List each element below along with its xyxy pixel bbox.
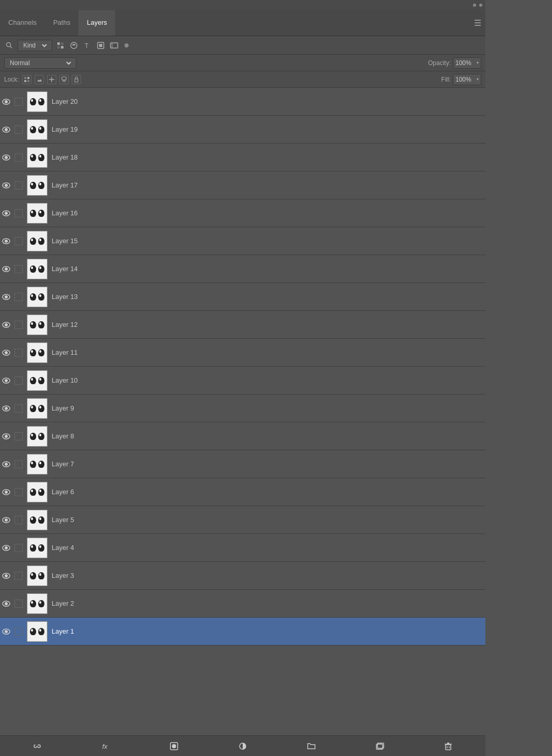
layer-checkbox-17[interactable] — [14, 181, 23, 190]
layer-visibility-4[interactable] — [0, 534, 12, 562]
delete-layer-button[interactable] — [441, 739, 455, 753]
layer-checkbox-7[interactable] — [14, 460, 23, 468]
thumb-eye-left — [30, 516, 36, 524]
layer-visibility-15[interactable] — [0, 227, 12, 255]
opacity-input[interactable]: 100% ▾ — [453, 57, 481, 69]
tab-layers[interactable]: Layers — [78, 10, 115, 36]
eye-icon — [2, 154, 11, 161]
tab-channels[interactable]: Channels — [0, 10, 45, 36]
lock-image-icon[interactable] — [35, 75, 44, 84]
layer-visibility-14[interactable] — [0, 255, 12, 283]
layer-visibility-2[interactable] — [0, 590, 12, 618]
layer-row-9[interactable]: Layer 9 — [0, 395, 485, 422]
layer-visibility-12[interactable] — [0, 311, 12, 339]
layer-row-6[interactable]: Layer 6 — [0, 478, 485, 506]
search-icon — [4, 40, 14, 51]
layer-row-16[interactable]: Layer 16 — [0, 199, 485, 227]
layer-checkbox-4[interactable] — [14, 544, 23, 552]
blend-mode-select[interactable]: Normal Dissolve Multiply Screen Overlay — [4, 57, 76, 69]
layer-visibility-8[interactable] — [0, 422, 12, 450]
lock-position-icon[interactable] — [47, 75, 56, 84]
layer-row-4[interactable]: Layer 4 — [0, 534, 485, 562]
layer-row-17[interactable]: Layer 17 — [0, 171, 485, 199]
eye-icon — [2, 99, 11, 105]
lock-transparent-icon[interactable] — [22, 75, 31, 84]
thumb-eye-right — [38, 600, 44, 607]
layer-row-12[interactable]: Layer 12 — [0, 311, 485, 339]
layer-checkbox-13[interactable] — [14, 293, 23, 301]
layer-checkbox-16[interactable] — [14, 209, 23, 217]
filter-smart-icon[interactable] — [109, 40, 119, 51]
filter-text-icon[interactable]: T — [82, 40, 92, 51]
add-mask-button[interactable] — [167, 739, 181, 753]
layer-checkbox-11[interactable] — [14, 349, 23, 357]
thumb-eye-left — [30, 182, 36, 189]
layer-checkbox-20[interactable] — [14, 98, 23, 106]
thumb-eye-right — [38, 628, 44, 635]
tab-paths[interactable]: Paths — [45, 10, 78, 36]
layer-checkbox-15[interactable] — [14, 237, 23, 245]
opacity-chevron: ▾ — [477, 60, 479, 65]
layer-visibility-5[interactable] — [0, 506, 12, 534]
filter-pixel-icon[interactable] — [55, 40, 66, 51]
new-fill-button[interactable] — [235, 739, 250, 753]
layer-visibility-10[interactable] — [0, 367, 12, 395]
layer-row-2[interactable]: Layer 2 — [0, 590, 485, 618]
layer-visibility-7[interactable] — [0, 450, 12, 478]
kind-dropdown[interactable]: Kind Name Effect Mode — [21, 41, 49, 50]
fill-input[interactable]: 100% ▾ — [453, 74, 481, 85]
layer-visibility-17[interactable] — [0, 171, 12, 199]
layer-checkbox-19[interactable] — [14, 125, 23, 134]
layer-checkbox-3[interactable] — [14, 572, 23, 580]
layer-row-5[interactable]: Layer 5 — [0, 506, 485, 534]
layer-thumbnail-7 — [27, 454, 48, 475]
layer-checkbox-2[interactable] — [14, 600, 23, 608]
layer-checkbox-10[interactable] — [14, 376, 23, 385]
layer-checkbox-9[interactable] — [14, 404, 23, 413]
lock-all-icon[interactable] — [72, 75, 81, 84]
kind-select[interactable]: Kind Name Effect Mode — [18, 40, 52, 51]
layer-row-3[interactable]: Layer 3 — [0, 562, 485, 590]
layer-visibility-13[interactable] — [0, 283, 12, 311]
layer-checkbox-5[interactable] — [14, 516, 23, 524]
layer-visibility-9[interactable] — [0, 395, 12, 422]
layer-row-7[interactable]: Layer 7 — [0, 450, 485, 478]
layer-row-14[interactable]: Layer 14 — [0, 255, 485, 283]
layer-row-13[interactable]: Layer 13 — [0, 283, 485, 311]
layer-thumbnail-11 — [27, 342, 48, 363]
layer-checkbox-18[interactable] — [14, 153, 23, 162]
layer-visibility-6[interactable] — [0, 478, 12, 506]
layer-row-10[interactable]: Layer 10 — [0, 367, 485, 395]
filter-adjust-icon[interactable] — [69, 40, 79, 51]
layer-visibility-19[interactable] — [0, 116, 12, 144]
layer-row-11[interactable]: Layer 11 — [0, 339, 485, 367]
panel-menu-icon[interactable]: ☰ — [474, 18, 481, 28]
layer-visibility-20[interactable] — [0, 88, 12, 116]
layer-visibility-1[interactable] — [0, 618, 12, 645]
layer-checkbox-14[interactable] — [14, 265, 23, 273]
eye-icon — [2, 238, 11, 244]
add-fx-button[interactable]: fx — [99, 739, 113, 753]
layer-row-8[interactable]: Layer 8 — [0, 422, 485, 450]
layer-row-1[interactable]: Layer 1 — [0, 618, 485, 645]
layer-row-19[interactable]: Layer 19 — [0, 116, 485, 144]
layer-visibility-18[interactable] — [0, 144, 12, 171]
new-layer-button[interactable] — [372, 739, 387, 753]
layer-checkbox-12[interactable] — [14, 321, 23, 329]
layer-visibility-16[interactable] — [0, 199, 12, 227]
blend-mode-dropdown[interactable]: Normal Dissolve Multiply Screen Overlay — [8, 59, 73, 67]
filter-shape-icon[interactable] — [96, 40, 106, 51]
thumb-eye-right — [38, 572, 44, 579]
layer-visibility-3[interactable] — [0, 562, 12, 590]
layer-row-20[interactable]: Layer 20 — [0, 88, 485, 116]
layer-checkbox-1[interactable] — [14, 627, 23, 636]
layer-visibility-11[interactable] — [0, 339, 12, 367]
layer-checkbox-6[interactable] — [14, 488, 23, 496]
lock-artboard-icon[interactable] — [59, 75, 69, 84]
new-group-button[interactable] — [304, 739, 319, 753]
layer-row-15[interactable]: Layer 15 — [0, 227, 485, 255]
svg-point-24 — [5, 128, 8, 131]
link-layers-button[interactable] — [30, 739, 44, 753]
layer-checkbox-8[interactable] — [14, 432, 23, 440]
layer-row-18[interactable]: Layer 18 — [0, 144, 485, 171]
